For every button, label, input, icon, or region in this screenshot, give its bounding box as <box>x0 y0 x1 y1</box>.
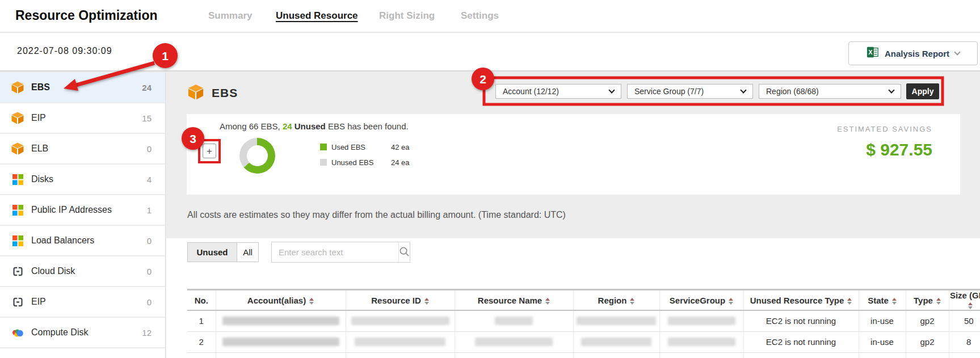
unused-count: 24 <box>283 121 292 131</box>
sidebar-item-count: 0 <box>147 236 152 246</box>
col-type[interactable]: Type <box>906 290 949 311</box>
sidebar-item-public-ip-addresses[interactable]: Public IP Addresses 1 <box>0 195 165 226</box>
account-filter-dropdown[interactable]: Account (12/12) <box>495 84 621 99</box>
redacted-service-group-cell <box>659 310 743 331</box>
analysis-report-button[interactable]: X Analysis Report <box>848 41 978 65</box>
estimated-savings-label: ESTIMATED SAVINGS <box>837 125 932 133</box>
col-region[interactable]: Region <box>573 290 659 311</box>
usage-donut-chart <box>239 138 275 174</box>
tab-right-sizing[interactable]: Right Sizing <box>379 10 435 22</box>
type-cell: gp2 <box>906 331 949 352</box>
sort-icon <box>630 298 634 305</box>
sidebar-item-label: EIP <box>31 113 142 123</box>
type-cell: gp2 <box>906 310 949 331</box>
sidebar-item-count: 1 <box>147 205 152 215</box>
unused-resource-table: No. Account(alias) Resource ID Resource … <box>187 289 980 358</box>
region-filter-dropdown[interactable]: Region (68/68) <box>759 84 901 99</box>
toolbar: 2022-07-08 09:30:09 X Analysis Report <box>0 33 980 71</box>
chevron-down-icon <box>888 87 894 93</box>
sidebar-item-count: 4 <box>147 175 152 184</box>
col-unused-resource-type[interactable]: Unused Resource Type <box>743 290 859 311</box>
size-cell: 8 <box>949 331 980 352</box>
redacted-account-cell <box>216 310 346 331</box>
col-resource-name[interactable]: Resource Name <box>455 290 573 311</box>
redacted-resource-name-cell <box>455 331 573 352</box>
app-header: Resource Optimization Summary Unused Res… <box>0 0 980 32</box>
sidebar-item-label: Public IP Addresses <box>31 205 147 215</box>
sidebar-item-compute-disk[interactable]: Compute Disk 12 <box>0 318 165 348</box>
microsoft-icon <box>10 235 25 246</box>
apply-button[interactable]: Apply <box>906 83 939 99</box>
sidebar-item-count: 24 <box>142 83 152 92</box>
legend-row-unused: Unused EBS 24 ea <box>320 157 410 167</box>
sidebar-item-label: Cloud Disk <box>31 266 147 276</box>
col-size-gb[interactable]: Size (GB) <box>949 290 980 311</box>
search-box <box>271 242 410 263</box>
size-cell: 50 <box>949 310 980 331</box>
redacted-account-cell <box>216 331 346 352</box>
sidebar-item-count: 0 <box>147 267 152 276</box>
redacted-service-group-cell <box>659 331 743 352</box>
analysis-report-label: Analysis Report <box>885 49 949 58</box>
sidebar-item-elb[interactable]: ELB 0 <box>0 134 165 165</box>
sidebar-item-ebs[interactable]: EBS 24 <box>0 73 165 103</box>
resource-table-panel: Unused All No. Account(alias) Resource I… <box>166 238 980 358</box>
estimated-savings-value: $ 927.55 <box>866 140 932 159</box>
sidebar-item-disks[interactable]: Disks 4 <box>0 165 165 195</box>
sidebar-item-eip-aws[interactable]: EIP 15 <box>0 103 165 134</box>
tab-all[interactable]: All <box>237 243 258 262</box>
redacted-region-cell <box>573 310 659 331</box>
col-service-group[interactable]: ServiceGroup <box>659 290 743 311</box>
table-row-clipped <box>187 352 980 358</box>
service-group-filter-dropdown[interactable]: Service Group (7/7) <box>627 84 753 99</box>
state-cell: in-use <box>859 310 906 331</box>
sidebar-item-count: 0 <box>147 297 152 307</box>
redacted-region-cell <box>573 331 659 352</box>
col-state[interactable]: State <box>859 290 906 311</box>
aws-cube-icon <box>10 81 25 94</box>
expand-button[interactable]: + <box>203 144 216 158</box>
tab-summary[interactable]: Summary <box>208 10 252 22</box>
search-input[interactable] <box>272 242 398 262</box>
search-icon <box>399 246 410 259</box>
sort-icon <box>936 298 941 305</box>
sort-icon <box>729 298 733 305</box>
col-account-alias[interactable]: Account(alias) <box>216 290 346 311</box>
bracket-cloud-icon <box>10 266 25 277</box>
page-title: Resource Optimization <box>15 8 157 23</box>
tab-unused-resource[interactable]: Unused Resource <box>276 10 358 22</box>
chevron-down-icon <box>954 49 960 55</box>
summary-card: + Among 66 EBS, 24 Unused EBS has been f… <box>187 114 960 195</box>
col-resource-id[interactable]: Resource ID <box>346 290 455 311</box>
service-group-filter-value: Service Group (7/7) <box>634 87 704 96</box>
sidebar-item-cloud-disk[interactable]: Cloud Disk 0 <box>0 256 165 287</box>
sidebar-item-label: ELB <box>31 144 147 154</box>
bracket-cloud-icon <box>10 296 25 308</box>
tab-settings[interactable]: Settings <box>461 10 499 22</box>
cost-disclaimer: All costs are estimates so they may diff… <box>187 210 566 220</box>
google-cloud-icon <box>10 328 25 337</box>
redacted-resource-id-cell <box>346 310 455 331</box>
annotation-number-2: 2 <box>480 73 486 86</box>
table-tab-group: Unused All <box>187 242 259 262</box>
section-heading: EBS <box>187 83 238 103</box>
sidebar-item-count: 12 <box>142 328 152 338</box>
sort-icon <box>424 298 429 305</box>
sidebar-item-label: EIP <box>31 297 147 307</box>
legend-row-used: Used EBS 42 ea <box>320 142 410 152</box>
aws-cube-icon <box>10 111 25 125</box>
tab-unused[interactable]: Unused <box>188 243 237 262</box>
summary-message: Among 66 EBS, 24 Unused EBS has been fou… <box>220 121 409 131</box>
search-button[interactable] <box>398 242 410 262</box>
sort-icon <box>309 298 314 305</box>
donut-legend: Used EBS 42 ea Unused EBS 24 ea <box>320 142 410 172</box>
row-number: 1 <box>187 310 216 331</box>
sidebar-item-eip-bracket[interactable]: EIP 0 <box>0 287 165 318</box>
microsoft-icon <box>10 174 25 185</box>
sort-icon <box>545 298 550 305</box>
row-number: 2 <box>187 331 216 352</box>
account-filter-value: Account (12/12) <box>503 87 559 96</box>
sidebar-item-load-balancers[interactable]: Load Balancers 0 <box>0 226 165 256</box>
sidebar-item-label: EBS <box>31 82 142 92</box>
unused-type-cell: EC2 is not running <box>743 310 859 331</box>
